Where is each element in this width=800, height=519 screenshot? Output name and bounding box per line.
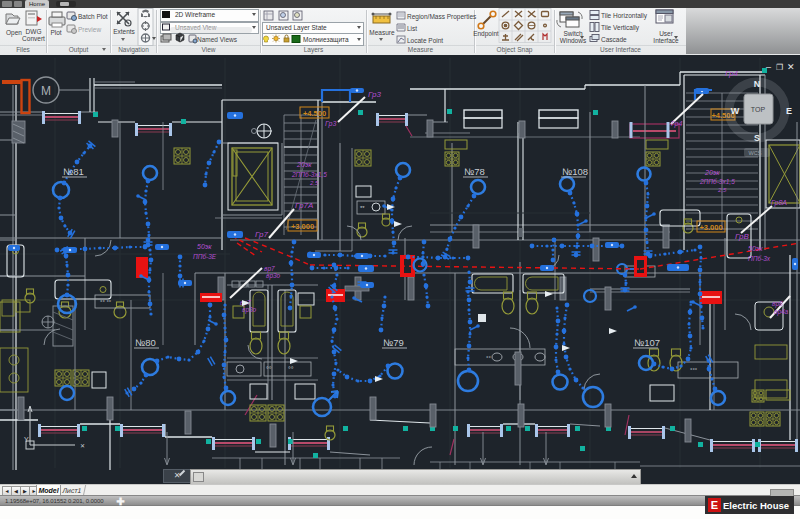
svg-text:+3.000: +3.000 [291,222,314,231]
svg-text:Гр7А: Гр7А [295,201,313,210]
svg-text:ППб-3х: ППб-3х [748,255,771,262]
svg-text:№81: №81 [63,166,84,177]
svg-text:WCS: WCS [749,150,762,156]
svg-text:№107: №107 [634,337,660,348]
svg-text:Гр4: Гр4 [725,69,738,78]
svg-text:20эк: 20эк [296,161,312,168]
svg-text:°°: °° [486,355,491,361]
svg-text:ППб-3Е: ППб-3Е [193,253,217,260]
svg-text:°° °°: °° °° [100,299,112,305]
svg-text:M: M [41,84,51,98]
svg-text:вр4а: вр4а [774,308,789,316]
svg-text:№79: №79 [383,337,404,348]
svg-text:ГрВ: ГрВ [735,232,749,241]
svg-text:2,5: 2,5 [717,187,727,193]
svg-text:E: E [786,106,792,116]
svg-text:+4.500: +4.500 [303,109,326,118]
svg-text:50эк: 50эк [197,243,212,250]
svg-text:Гр3: Гр3 [368,90,381,99]
svg-text:№80: №80 [135,337,156,348]
svg-text:Гр7: Гр7 [255,230,268,239]
svg-text:вр3о: вр3о [266,272,281,280]
svg-text:Гр3: Гр3 [325,120,336,128]
svg-text:Гр4: Гр4 [671,120,682,128]
svg-text:+3.000: +3.000 [699,223,722,232]
svg-text:2,5: 2,5 [309,180,319,186]
svg-text:вр3о: вр3о [242,306,257,314]
svg-text:°°°: °°° [690,367,698,373]
svg-text:TOP: TOP [751,106,766,113]
svg-text:50эк: 50эк [748,245,763,252]
svg-text:№78: №78 [464,166,485,177]
svg-text:вр8: вр8 [772,300,783,308]
svg-text:S: S [754,133,760,143]
svg-text:°°: °° [266,366,272,373]
svg-text:№108: №108 [562,166,588,177]
svg-text:✕: ✕ [80,443,85,449]
svg-text:2ППб-3х1,5: 2ППб-3х1,5 [291,171,327,178]
svg-text:N: N [754,79,761,89]
svg-text:20эк: 20эк [704,169,720,176]
svg-text:2ППб-3х1,5: 2ППб-3х1,5 [699,178,735,185]
svg-text:°°: °° [288,366,294,373]
svg-text:W: W [731,106,740,116]
svg-text:**: ** [360,205,365,211]
svg-text:Гр8А: Гр8А [771,199,787,207]
